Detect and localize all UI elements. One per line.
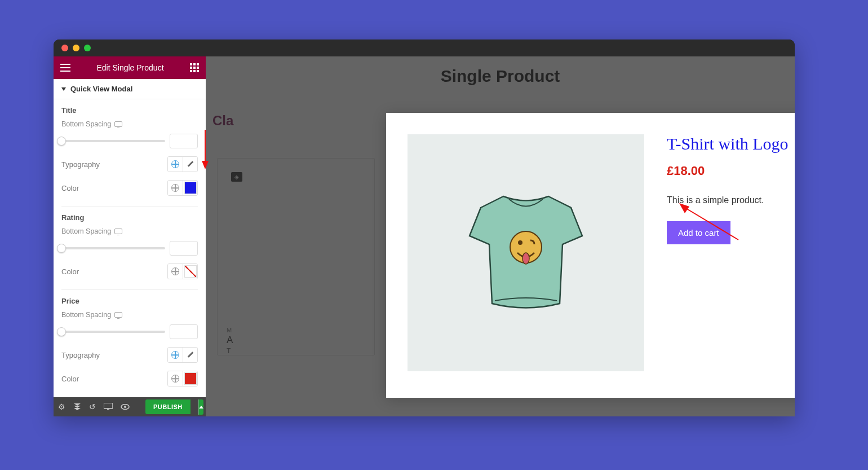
svg-point-3 <box>124 406 126 408</box>
sidebar-footer: ⚙ ↺ PUBLISH <box>54 397 206 416</box>
window-close-dot[interactable] <box>61 45 68 51</box>
globe-icon[interactable] <box>168 181 183 195</box>
svg-rect-0 <box>104 403 113 408</box>
slider-thumb[interactable] <box>57 137 66 146</box>
row-typography-price: Typography <box>61 347 198 363</box>
spacing-input-rating[interactable] <box>170 241 198 256</box>
responsive-icon[interactable] <box>114 121 122 127</box>
preview-icon[interactable] <box>121 402 130 411</box>
color-swatch-price[interactable] <box>183 371 197 386</box>
row-typography-title: Typography <box>61 156 198 172</box>
row-color-rating: Color <box>61 263 198 279</box>
caret-down-icon <box>61 87 66 91</box>
product-image <box>408 134 644 371</box>
modal-info: T-Shirt with Logo £18.00 This is a simpl… <box>644 134 795 371</box>
globe-icon[interactable] <box>168 371 183 386</box>
spacing-input-title[interactable] <box>170 134 198 148</box>
add-to-cart-button[interactable]: Add to cart <box>667 221 730 244</box>
group-heading-title: Title <box>61 106 198 115</box>
modal-body: T-Shirt with Logo £18.00 This is a simpl… <box>386 113 795 393</box>
publish-dropdown[interactable] <box>198 399 203 415</box>
label-bottom-spacing-rating: Bottom Spacing <box>61 227 198 235</box>
group-rating: Rating Bottom Spacing Color <box>61 207 198 290</box>
responsive-mode-icon[interactable] <box>104 402 113 411</box>
quick-view-modal: ✕ <box>386 113 795 398</box>
navigator-icon[interactable] <box>73 402 81 412</box>
edit-typography-icon[interactable] <box>183 157 197 172</box>
svg-point-5 <box>518 240 522 245</box>
section-header-quick-view[interactable]: Quick View Modal <box>54 79 206 99</box>
globe-icon[interactable] <box>168 348 183 362</box>
svg-rect-1 <box>107 408 109 410</box>
product-price: £18.00 <box>667 164 795 178</box>
group-price: Price Bottom Spacing Typography <box>61 290 198 397</box>
color-controls-rating <box>167 263 198 279</box>
row-color-price: Color <box>61 371 198 386</box>
app-window: Edit Single Product Quick View Modal Tit… <box>54 39 795 416</box>
macos-titlebar <box>54 39 795 56</box>
preview-canvas: Single Product Cla ◈ M A T £15.00 This i… <box>206 56 795 416</box>
color-swatch-rating[interactable] <box>183 264 197 279</box>
window-zoom-dot[interactable] <box>84 45 91 51</box>
window-minimize-dot[interactable] <box>73 45 79 51</box>
label-bottom-spacing-price: Bottom Spacing <box>61 311 198 319</box>
group-title: Title Bottom Spacing Typography <box>61 99 198 207</box>
slider-thumb[interactable] <box>57 244 66 253</box>
group-heading-rating: Rating <box>61 213 198 222</box>
responsive-icon[interactable] <box>114 229 122 234</box>
typography-controls-price <box>167 347 198 363</box>
panel-body: Title Bottom Spacing Typography <box>54 99 206 397</box>
slider-track[interactable] <box>61 140 165 142</box>
color-controls-title <box>167 180 198 196</box>
color-controls-price <box>167 371 198 386</box>
typography-controls <box>167 156 198 172</box>
product-description: This is a simple product. <box>667 195 795 205</box>
color-swatch-title[interactable] <box>183 181 197 195</box>
globe-icon[interactable] <box>168 157 183 172</box>
sidebar-header: Edit Single Product <box>54 56 206 79</box>
history-icon[interactable]: ↺ <box>89 402 96 411</box>
svg-point-6 <box>522 253 529 264</box>
responsive-icon[interactable] <box>114 312 122 318</box>
apps-icon[interactable] <box>190 63 199 72</box>
edit-typography-icon[interactable] <box>183 348 197 362</box>
group-heading-price: Price <box>61 297 198 305</box>
product-title[interactable]: T-Shirt with Logo <box>667 134 795 153</box>
globe-icon[interactable] <box>168 264 183 279</box>
slider-thumb[interactable] <box>57 327 66 336</box>
row-color-title: Color <box>61 180 198 196</box>
spacing-input-price[interactable] <box>170 324 198 339</box>
slider-price-spacing <box>61 324 198 339</box>
slider-track[interactable] <box>61 331 165 333</box>
label-bottom-spacing-title: Bottom Spacing <box>61 120 198 128</box>
sidebar-title: Edit Single Product <box>96 63 163 72</box>
menu-icon[interactable] <box>60 64 70 72</box>
settings-icon[interactable]: ⚙ <box>58 402 65 411</box>
slider-rating-spacing <box>61 241 198 256</box>
publish-button[interactable]: PUBLISH <box>145 399 191 414</box>
editor-frame: Edit Single Product Quick View Modal Tit… <box>54 56 795 416</box>
section-title: Quick View Modal <box>70 85 132 93</box>
editor-sidebar: Edit Single Product Quick View Modal Tit… <box>54 56 206 416</box>
slider-track[interactable] <box>61 247 165 249</box>
tshirt-illustration <box>447 174 605 332</box>
slider-title-spacing <box>61 134 198 148</box>
